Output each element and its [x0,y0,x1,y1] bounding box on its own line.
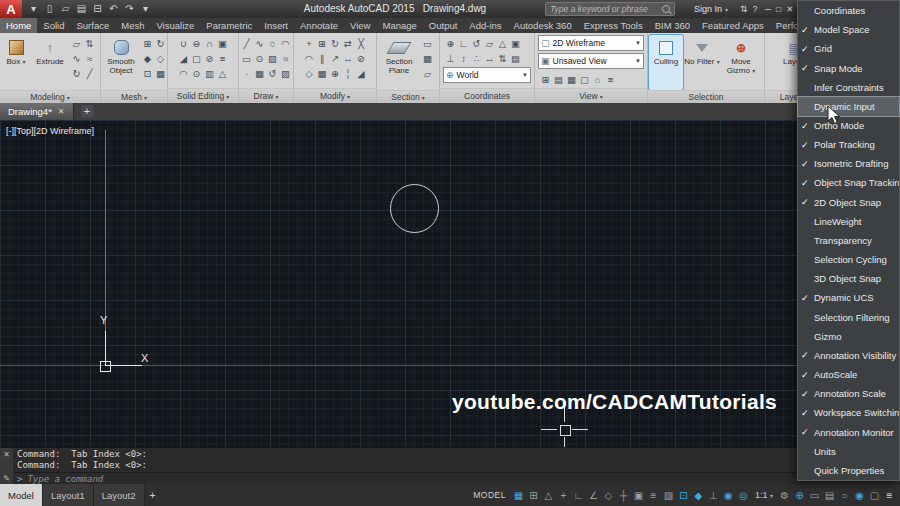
close-button[interactable]: ✕ [786,4,793,14]
smooth-more-icon[interactable]: ◆ [141,51,154,66]
workspace-dropdown-icon[interactable]: ▾ [138,0,153,18]
named-ucs-icon[interactable]: ▤ [509,51,522,66]
menu-item-polar-tracking[interactable]: ✓ Polar Tracking [798,135,899,154]
search-input[interactable]: Type a keyword or phrase [545,2,675,16]
tab-close-icon[interactable]: ✕ [58,107,65,116]
live-section-icon[interactable]: ▱ [421,66,434,81]
ellipse-icon[interactable]: ⊙ [253,51,266,66]
menu-item-model-space[interactable]: ✓ Model Space [798,20,899,39]
trim-icon[interactable]: ╳ [355,36,368,51]
open-file-icon[interactable]: ▱ [58,0,73,18]
panel-label-selection[interactable]: Selection [648,90,764,103]
mirror-icon[interactable]: ⇄ [342,36,355,51]
viewport-controls[interactable]: [-][Top][2D Wireframe] [6,126,94,136]
slice-icon[interactable]: ╱ [83,66,96,81]
transparency-icon[interactable]: ▨ [661,486,676,504]
dynamic-ucs-icon[interactable]: ⊥ [706,486,721,504]
offset-edge-icon[interactable]: ⊙ [190,66,203,81]
break-icon[interactable]: ╎ [342,66,355,81]
ucs-y-rotate-icon[interactable]: ⇅ [496,51,509,66]
section-boundary-icon[interactable]: ▭ [421,36,434,51]
viewport-config-icon[interactable]: ⊞ [539,72,552,87]
model-space-indicator[interactable]: MODEL [473,490,506,500]
osnap-tracking-icon[interactable]: ┼ [616,486,631,504]
isolate-objects-icon[interactable]: ○ [837,486,852,504]
tab-parametric[interactable]: Parametric [200,18,258,33]
copy-icon[interactable]: ⊞ [316,36,329,51]
plot-icon[interactable]: ⊟ [90,0,105,18]
new-drawing-button[interactable]: + [81,105,94,118]
panel-label-view[interactable]: View▾ [535,88,647,103]
ucs-object-icon[interactable]: △ [496,36,509,51]
sign-in-button[interactable]: Sign In ▾ [694,0,728,18]
tab-mesh[interactable]: Mesh [115,18,150,33]
sweep-icon[interactable]: ∿ [70,51,83,66]
move-gizmo-button[interactable]: ⊕ Move Gizmo ▾ [721,35,761,90]
ucs-z-axis-icon[interactable]: ↕ [457,51,470,66]
panel-label-section[interactable]: Section▾ [377,90,439,103]
clean-icon[interactable]: ▥ [203,66,216,81]
app-menu-arrow-icon[interactable]: ▾ [26,0,41,18]
panel-label-modify[interactable]: Modify▾ [294,88,376,103]
save-icon[interactable]: ▤ [74,0,89,18]
intersect-icon[interactable]: ∩ [203,36,216,51]
presspull-icon[interactable]: ⇅ [83,36,96,51]
3d-object-snap-icon[interactable]: ◆ [691,486,706,504]
command-customize-icon[interactable]: ✎ [3,474,10,483]
chamfer-icon[interactable]: ◢ [355,66,368,81]
box-button[interactable]: Box ▾ [1,35,31,90]
units-icon[interactable]: ▭ [807,486,822,504]
menu-item-snap-mode[interactable]: ✓ Snap Mode [798,58,899,77]
autoscale-icon[interactable]: ◎ [736,486,751,504]
annotation-monitor-icon[interactable]: ⊕ [792,486,807,504]
dynamic-input-icon[interactable]: + [556,486,571,504]
tab-output[interactable]: Output [423,18,464,33]
ucs-view-icon[interactable]: ▣ [509,36,522,51]
command-close-icon[interactable]: ✕ [3,450,10,459]
menu-item-autoscale[interactable]: ✓ AutoScale [798,365,899,384]
erase-icon[interactable]: ⊘ [355,51,368,66]
circle-icon[interactable]: ○ [266,36,279,51]
menu-item-workspace-switching[interactable]: ✓ Workspace Switching [798,403,899,422]
help-icon[interactable]: ? [753,4,758,14]
tab-add-ins[interactable]: Add-ins [463,18,507,33]
menu-item-gizmo[interactable]: ✓ Gizmo [798,327,899,346]
polysolid-icon[interactable]: ▱ [70,36,83,51]
tab-manage[interactable]: Manage [376,18,422,33]
hatch-icon[interactable]: ▨ [266,51,279,66]
no-filter-button[interactable]: No Filter ▾ [683,35,721,90]
search-icon[interactable] [662,5,670,13]
application-menu-button[interactable]: A [0,0,22,18]
arc-icon[interactable]: ◠ [279,36,292,51]
tab-bim-360[interactable]: BIM 360 [649,18,696,33]
tab-visualize[interactable]: Visualize [150,18,200,33]
array-icon[interactable]: ▦ [316,66,329,81]
shell-icon[interactable]: ▢ [190,51,203,66]
menu-item-coordinates[interactable]: ✓ Coordinates [798,1,899,20]
tab-insert[interactable]: Insert [258,18,294,33]
new-file-icon[interactable]: ▯ [42,0,57,18]
menu-item-dynamic-input[interactable]: ✓ Dynamic Input [798,97,899,116]
quick-properties-icon[interactable]: ▤ [822,486,837,504]
move-icon[interactable]: + [303,36,316,51]
fillet-icon[interactable]: ◠ [303,51,316,66]
revolve-icon[interactable]: ↻ [70,66,83,81]
menu-item-isometric-drafting[interactable]: ✓ Isometric Drafting [798,154,899,173]
smooth-less-icon[interactable]: ◇ [154,51,167,66]
join-viewport-icon[interactable]: ▢ [578,72,591,87]
isometric-drafting-icon[interactable]: ◇ [601,486,616,504]
imprint-icon[interactable]: ≡ [216,51,229,66]
menu-item-annotation-scale[interactable]: ✓ Annotation Scale [798,384,899,403]
culling-button[interactable]: Culling [649,35,683,90]
maximize-button[interactable]: □ [776,4,781,14]
ucs-x-rotate-icon[interactable]: ↔ [483,51,496,66]
menu-item-selection-filtering[interactable]: ✓ Selection Filtering [798,308,899,327]
menu-item-units[interactable]: ✓ Units [798,442,899,461]
layout-tab-layout2[interactable]: Layout2 [94,484,145,506]
edge-mesh-icon[interactable]: ▦ [154,66,167,81]
union-icon[interactable]: ∪ [177,36,190,51]
loft-icon[interactable]: ≈ [83,51,96,66]
doc-tab-drawing4[interactable]: Drawing4* ✕ [0,103,74,120]
tab-annotate[interactable]: Annotate [294,18,344,33]
fillet-edge-icon[interactable]: ◠ [177,66,190,81]
